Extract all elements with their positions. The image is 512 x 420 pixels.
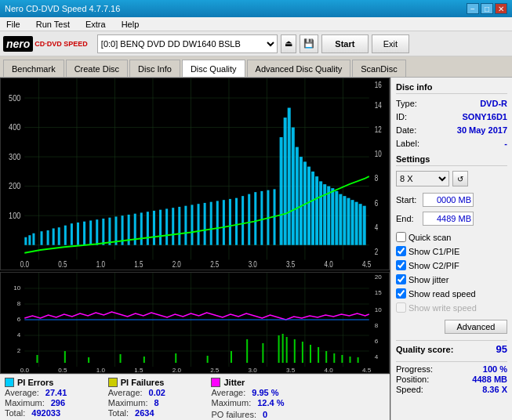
- svg-rect-84: [335, 191, 338, 245]
- close-button[interactable]: ✕: [495, 3, 507, 14]
- svg-text:4.0: 4.0: [325, 367, 334, 374]
- svg-text:0.5: 0.5: [58, 261, 67, 270]
- quality-score-value: 95: [496, 343, 507, 355]
- svg-rect-148: [349, 357, 350, 363]
- disc-type-label: Type:: [396, 99, 417, 108]
- menu-extra[interactable]: Extra: [82, 19, 109, 30]
- svg-rect-133: [175, 353, 176, 363]
- pi-failures-total-label: Total:: [108, 408, 129, 418]
- pi-failures-color: [108, 378, 118, 387]
- show-c1-pie-checkbox[interactable]: [396, 246, 406, 256]
- svg-rect-50: [153, 211, 155, 245]
- svg-text:0.5: 0.5: [58, 367, 67, 374]
- show-jitter-checkbox[interactable]: [396, 274, 406, 284]
- svg-rect-73: [292, 128, 295, 245]
- pi-errors-label: PI Errors: [17, 378, 53, 387]
- svg-rect-67: [260, 191, 263, 245]
- jitter-max: Maximum: 12.4 %: [211, 398, 305, 407]
- show-jitter-row: Show jitter: [396, 274, 507, 284]
- progress-label: Progress:: [396, 364, 433, 374]
- advanced-button[interactable]: Advanced: [445, 320, 507, 334]
- svg-text:200: 200: [9, 181, 20, 190]
- quick-scan-label: Quick scan: [409, 233, 451, 242]
- svg-rect-51: [159, 210, 162, 245]
- svg-rect-30: [28, 235, 31, 245]
- minimize-button[interactable]: −: [467, 3, 479, 14]
- menu-help[interactable]: Help: [118, 19, 143, 30]
- svg-rect-47: [134, 214, 136, 245]
- svg-rect-145: [325, 351, 327, 363]
- svg-rect-43: [108, 218, 111, 245]
- exit-button[interactable]: Exit: [372, 34, 409, 53]
- disc-date-label: Date:: [396, 125, 416, 135]
- title-bar-text: Nero CD-DVD Speed 4.7.7.16: [5, 4, 120, 13]
- svg-text:2: 2: [375, 248, 378, 256]
- drive-selector[interactable]: [0:0] BENQ DVD DD DW1640 BSLB: [97, 34, 278, 53]
- tab-advanced-disc-quality[interactable]: Advanced Disc Quality: [247, 60, 351, 77]
- disc-date-value: 30 May 2017: [457, 125, 507, 135]
- end-mb-input[interactable]: [423, 212, 474, 226]
- disc-info-id-row: ID: SONY16D1: [396, 112, 507, 121]
- svg-text:14: 14: [375, 101, 382, 110]
- start-button[interactable]: Start: [321, 34, 369, 53]
- svg-text:4.5: 4.5: [362, 261, 371, 270]
- maximize-button[interactable]: □: [481, 3, 493, 14]
- eject-button[interactable]: ⏏: [281, 34, 296, 53]
- svg-rect-58: [204, 203, 206, 245]
- svg-rect-139: [282, 334, 284, 363]
- show-read-speed-checkbox[interactable]: [396, 288, 406, 299]
- pi-failures-max: Maximum: 8: [108, 398, 198, 407]
- quick-scan-checkbox[interactable]: [396, 232, 406, 242]
- pi-failures-total: Total: 2634: [108, 408, 198, 418]
- svg-text:400: 400: [9, 122, 20, 132]
- jitter-avg-label: Average:: [211, 388, 245, 397]
- start-mb-input[interactable]: [423, 193, 474, 207]
- svg-rect-49: [147, 212, 149, 245]
- svg-text:1.5: 1.5: [134, 367, 143, 374]
- svg-text:10: 10: [375, 150, 382, 158]
- po-failures-label: PO failures:: [211, 410, 256, 419]
- svg-text:0.0: 0.0: [20, 367, 30, 374]
- tab-create-disc[interactable]: Create Disc: [66, 60, 128, 77]
- jitter-avg: Average: 9.95 %: [211, 388, 305, 397]
- tab-disc-info[interactable]: Disc Info: [129, 60, 180, 77]
- start-label: Start:: [396, 195, 419, 205]
- svg-rect-136: [246, 339, 248, 363]
- progress-section: Progress: 100 % Position: 4488 MB Speed:…: [396, 361, 507, 394]
- show-c1-pie-label: Show C1/PIE: [409, 247, 459, 256]
- pi-errors-avg: Average: 27.41: [5, 388, 94, 397]
- menu-bar: File Run Test Extra Help: [0, 17, 512, 31]
- svg-text:0.0: 0.0: [20, 261, 29, 270]
- pi-errors-total-value: 492033: [31, 408, 74, 418]
- svg-rect-61: [223, 200, 225, 245]
- svg-rect-36: [64, 226, 67, 245]
- jitter-color: [211, 378, 220, 387]
- show-c2-pif-checkbox[interactable]: [396, 260, 406, 270]
- refresh-button[interactable]: ↺: [452, 171, 468, 186]
- disc-label-label: Label:: [396, 139, 419, 148]
- menu-run-test[interactable]: Run Test: [33, 19, 73, 30]
- tab-disc-quality[interactable]: Disc Quality: [182, 60, 245, 77]
- jitter-stats: Jitter Average: 9.95 % Maximum: 12.4 % P…: [211, 378, 305, 419]
- svg-rect-147: [341, 355, 343, 363]
- svg-text:500: 500: [9, 93, 20, 103]
- stats-bar: PI Errors Average: 27.41 Maximum: 296 To…: [0, 374, 390, 420]
- svg-rect-71: [284, 118, 287, 245]
- svg-text:4: 4: [17, 331, 21, 339]
- tab-benchmark[interactable]: Benchmark: [3, 60, 64, 77]
- svg-text:8: 8: [375, 322, 379, 329]
- svg-rect-75: [300, 157, 303, 245]
- pi-failures-label: PI Failures: [121, 378, 165, 387]
- svg-text:16: 16: [375, 81, 382, 90]
- save-button[interactable]: 💾: [300, 34, 318, 53]
- svg-text:300: 300: [9, 152, 20, 161]
- speed-selector[interactable]: 8 X: [396, 171, 449, 186]
- svg-text:20: 20: [375, 273, 383, 281]
- menu-file[interactable]: File: [3, 19, 24, 30]
- lower-chart: 10 8 6 4 2 20 15 10 8 6 4: [0, 272, 390, 374]
- tab-scan-disc[interactable]: ScanDisc: [352, 60, 405, 77]
- svg-rect-55: [184, 206, 187, 245]
- svg-rect-34: [53, 228, 55, 244]
- svg-text:6: 6: [375, 338, 379, 345]
- disc-id-label: ID:: [396, 112, 407, 121]
